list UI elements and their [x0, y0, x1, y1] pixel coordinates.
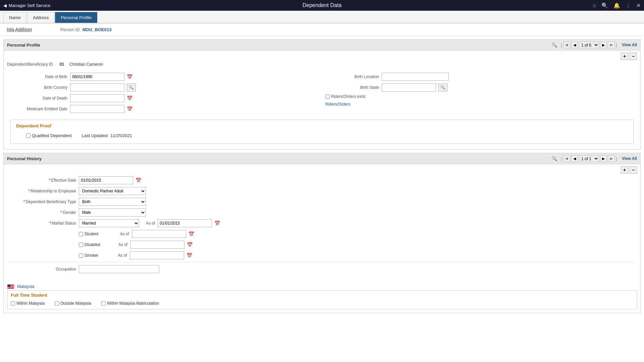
more-menu-icon[interactable]: ⋮ [626, 2, 631, 9]
nav-back-area[interactable]: ◀ Manager Self Service [3, 3, 50, 8]
close-icon[interactable]: ✕ [636, 2, 641, 9]
personal-history-header: Personal History 🔍 | ⊲ ◀ 1 of 1 ▶ ⊳ | Vi… [4, 153, 640, 164]
full-time-student-section: Full Time Student Within Malaysia Outsid… [7, 290, 637, 309]
tab-address[interactable]: Address [27, 12, 55, 23]
nav-label: Manager Self Service [9, 3, 50, 8]
home-icon[interactable]: ⌂ [593, 2, 596, 8]
medicare-input[interactable] [70, 105, 124, 113]
personal-profile-pagination: | ⊲ ◀ 1 of 6 ▶ ⊳ | [561, 42, 617, 48]
profile-right-col: Birth Location Birth State 🔍 [322, 71, 634, 117]
personal-profile-view-all[interactable]: View All [622, 43, 637, 47]
ph-pagination-prev-btn[interactable]: ◀ [571, 155, 578, 162]
medicare-field-group: 📅 [70, 105, 132, 113]
dod-row: Date of Death 📅 [14, 94, 319, 102]
marital-as-of-input[interactable] [158, 219, 212, 227]
dep-proof-title: Dependent Proof [16, 123, 628, 128]
dob-field-group: 📅 [70, 73, 132, 81]
within-malaysia-matriculation-checkbox[interactable] [101, 301, 106, 306]
birth-country-input[interactable] [70, 83, 124, 92]
beneficiary-type-select[interactable]: Both Dependent Beneficiary None [79, 198, 146, 206]
riders-checkbox-row: Riders/Orders exist [325, 94, 630, 99]
dob-calendar-icon[interactable]: 📅 [127, 74, 132, 79]
smoker-as-of-input[interactable] [130, 251, 184, 259]
riders-row: Riders/Orders [325, 102, 630, 107]
ph-pagination-next-btn[interactable]: ▶ [600, 155, 607, 162]
pagination-last-btn[interactable]: ⊳ [608, 42, 615, 48]
occupation-input[interactable] [79, 265, 159, 273]
dob-input[interactable] [70, 73, 124, 81]
marital-as-of-calendar[interactable]: 📅 [214, 221, 220, 226]
dod-calendar-icon[interactable]: 📅 [127, 96, 132, 101]
personal-profile-form: Date of Birth 📅 Birth Country 🔍 [4, 68, 640, 149]
personal-history-search-btn[interactable]: 🔍 [550, 155, 559, 162]
personal-history-pagination: | ⊲ ◀ 1 of 1 ▶ ⊳ | [561, 155, 617, 162]
pagination-select[interactable]: 1 of 6 [579, 42, 599, 48]
add-remove-row: + − [4, 51, 640, 60]
dep-name-value: Christian Cameron [69, 62, 103, 67]
malaysia-label: Malaysia [17, 284, 34, 289]
search-icon[interactable]: 🔍 [601, 2, 608, 9]
dod-input[interactable] [70, 94, 124, 102]
disabled-row: Disabled As of 📅 [9, 241, 635, 249]
birth-state-lookup-btn[interactable]: 🔍 [438, 83, 447, 92]
riders-checkbox-label: Riders/Orders exist [325, 94, 366, 99]
effective-date-input[interactable] [79, 176, 133, 184]
birth-location-input[interactable] [382, 73, 449, 81]
disabled-as-of-input[interactable] [130, 241, 184, 249]
dep-id-label: Dependent/Beneficiary ID [7, 62, 53, 67]
student-checkbox[interactable] [79, 232, 83, 236]
malaysia-flag-row[interactable]: Malaysia [4, 281, 640, 290]
pagination-next-btn[interactable]: ▶ [600, 42, 607, 48]
medicare-calendar-icon[interactable]: 📅 [127, 106, 132, 112]
effective-date-calendar-icon[interactable]: 📅 [136, 178, 141, 183]
top-bar-actions: ⌂ 🔍 🔔 ⋮ ✕ [593, 2, 641, 9]
ph-view-all[interactable]: View All [622, 156, 637, 161]
person-id-label: Person ID [60, 27, 80, 32]
riders-orders-link[interactable]: Riders/Orders [325, 102, 351, 107]
add-dependent-btn[interactable]: + [621, 53, 628, 60]
smoker-checkbox[interactable] [79, 253, 83, 258]
main-content: Name Address Personal Profile Isla Addis… [0, 11, 644, 348]
birth-country-row: Birth Country 🔍 [14, 83, 319, 92]
tab-personal-profile[interactable]: Personal Profile [55, 12, 97, 23]
dob-label: Date of Birth [14, 74, 67, 79]
disabled-calendar[interactable]: 📅 [187, 242, 193, 247]
birth-location-row: Birth Location [325, 73, 630, 81]
remove-dependent-btn[interactable]: − [630, 53, 637, 60]
marital-status-select[interactable]: Married Single Divorced Widowed [79, 219, 139, 227]
relationship-select[interactable]: Domestic Partner Adult Spouse Child Pare… [79, 187, 146, 195]
disabled-checkbox[interactable] [79, 243, 83, 247]
marital-as-of-label: As of [146, 221, 155, 226]
personal-profile-title: Personal Profile [7, 43, 40, 48]
disabled-as-of-label: As of [118, 242, 127, 247]
riders-orders-exist-checkbox[interactable] [325, 95, 330, 99]
ph-pagination-last-btn[interactable]: ⊳ [608, 155, 615, 162]
personal-profile-search-btn[interactable]: 🔍 [550, 42, 559, 48]
svg-point-9 [8, 285, 9, 286]
birth-country-lookup-btn[interactable]: 🔍 [127, 83, 136, 92]
ph-remove-btn[interactable]: − [630, 166, 637, 174]
student-check-label: Student [79, 232, 98, 236]
occupation-label: Occupation [9, 267, 76, 272]
dob-row: Date of Birth 📅 [14, 73, 319, 81]
tab-name[interactable]: Name [3, 12, 26, 23]
pagination-prev-btn[interactable]: ◀ [571, 42, 578, 48]
bell-icon[interactable]: 🔔 [613, 2, 620, 9]
student-label: Student [85, 232, 98, 236]
outside-malaysia-checkbox[interactable] [55, 301, 59, 306]
student-calendar[interactable]: 📅 [189, 231, 194, 237]
gender-row: Gender Male Female Unknown [9, 208, 635, 217]
personal-history-title: Personal History [7, 156, 42, 161]
within-malaysia-label: Within Malaysia [16, 301, 45, 306]
smoker-calendar[interactable]: 📅 [186, 253, 192, 258]
ph-pagination-select[interactable]: 1 of 1 [579, 155, 599, 162]
ph-add-btn[interactable]: + [621, 166, 628, 174]
pagination-first-btn[interactable]: ⊲ [563, 42, 570, 48]
gender-select[interactable]: Male Female Unknown [79, 208, 146, 217]
birth-state-input[interactable] [382, 83, 436, 92]
last-updated: Last Updated 11/25/2021 [82, 133, 132, 138]
within-malaysia-checkbox[interactable] [11, 301, 15, 306]
ph-pagination-first-btn[interactable]: ⊲ [563, 155, 570, 162]
qualified-dependent-checkbox[interactable] [26, 133, 31, 138]
student-as-of-input[interactable] [132, 230, 186, 238]
